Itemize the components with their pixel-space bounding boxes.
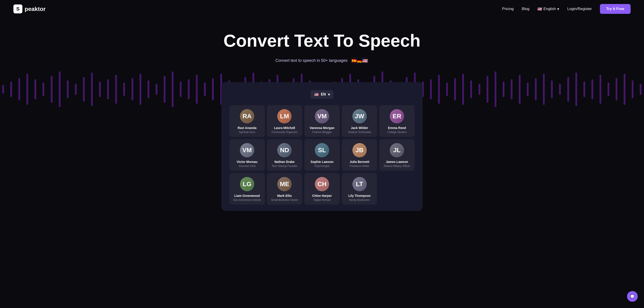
voice-avatar-mark: ME xyxy=(277,177,292,191)
voice-name-jack: Jack Wilder xyxy=(344,126,374,130)
chat-bubble-button[interactable]: 💬 xyxy=(627,291,638,302)
login-register-link[interactable]: Login/Register xyxy=(567,7,592,11)
voice-name-ravi: Ravi Ananda xyxy=(232,126,262,130)
flag-us-icon: 🇺🇸 xyxy=(361,57,368,64)
nav-links: Pricing Blog 🇺🇸 English ▾ Login/Register… xyxy=(502,4,630,14)
hero-subtitle-text: Convert text to speech in 50+ languages xyxy=(276,58,348,63)
voice-card-mark[interactable]: ME Mark Ellis Small Business Owner xyxy=(267,173,302,205)
panel-lang-dropdown[interactable]: 🇺🇸 EN ▾ xyxy=(310,90,334,99)
voice-card-ravi[interactable]: RA Ravi Ananda Spiritual Guru xyxy=(230,105,265,137)
voice-avatar-nathan: ND xyxy=(277,143,292,157)
panel-chevron-icon: ▾ xyxy=(328,92,330,97)
voice-name-victor: Victor Moreau xyxy=(232,160,262,163)
panel-container: 🇺🇸 EN ▾ RA Ravi Ananda Spiritual Guru LM… xyxy=(0,82,644,224)
voice-avatar-victor: VM xyxy=(240,143,254,157)
panel-lang-code: EN xyxy=(321,92,326,96)
voice-role-emma: College Student xyxy=(382,131,412,134)
voice-role-liam: Eco-Conscious Activist xyxy=(232,198,262,201)
voice-role-mark: Small Business Owner xyxy=(270,198,300,201)
language-selector[interactable]: 🇺🇸 English ▾ xyxy=(537,7,559,11)
try-free-button[interactable]: Try It Free xyxy=(600,4,630,14)
voice-card-nathan[interactable]: ND Nathan Drake Tech Startup Founder xyxy=(267,139,302,171)
voice-card-laura[interactable]: LM Laura Mitchell Community Organizer xyxy=(267,105,302,137)
voice-name-lily: Lily Thompson xyxy=(344,194,374,197)
voice-avatar-james: JL xyxy=(390,143,404,157)
voice-card-lily[interactable]: LT Lily Thompson Nerdy Bookworm xyxy=(342,173,377,205)
voice-panel: 🇺🇸 EN ▾ RA Ravi Ananda Spiritual Guru LM… xyxy=(222,82,422,211)
voice-name-laura: Laura Mitchell xyxy=(270,126,300,130)
voice-name-nathan: Nathan Drake xyxy=(270,160,300,163)
chat-icon: 💬 xyxy=(630,294,634,299)
panel-flag-icon: 🇺🇸 xyxy=(314,92,319,97)
voice-card-liam[interactable]: LG Liam Greenwood Eco-Conscious Activist xyxy=(230,173,265,205)
voice-card-sophie[interactable]: SL Sophie Lawson Psychologist xyxy=(304,139,340,171)
hero-subtitle-row: Convert text to speech in 50+ languages … xyxy=(4,57,640,64)
voice-card-james[interactable]: JL James Lawson Retired Military Officer xyxy=(379,139,414,171)
voice-name-emma: Emma Reed xyxy=(382,126,412,130)
nav-blog[interactable]: Blog xyxy=(522,7,529,11)
voice-role-laura: Community Organizer xyxy=(270,131,300,134)
logo[interactable]: S peaktor xyxy=(14,4,46,13)
voice-role-jack: Outdoor Enthusiast xyxy=(344,131,374,134)
flag-us-icon: 🇺🇸 xyxy=(537,7,542,11)
language-flags: 🇪🇸 🇩🇪 🇺🇸 xyxy=(350,57,368,64)
logo-wordmark: peaktor xyxy=(24,5,46,12)
voice-avatar-julia: JB xyxy=(352,143,367,157)
voice-card-julia[interactable]: JB Julia Bennett Freelance Writer xyxy=(342,139,377,171)
voice-avatar-ravi: RA xyxy=(240,109,254,123)
voice-name-chloe: Chloe Harper xyxy=(307,194,337,197)
voice-avatar-lily: LT xyxy=(352,177,367,191)
navbar: S peaktor Pricing Blog 🇺🇸 English ▾ Logi… xyxy=(0,0,644,18)
voices-grid: RA Ravi Ananda Spiritual Guru LM Laura M… xyxy=(230,105,414,205)
voice-avatar-laura: LM xyxy=(277,109,292,123)
voice-card-jack[interactable]: JW Jack Wilder Outdoor Enthusiast xyxy=(342,105,377,137)
voice-role-sophie: Psychologist xyxy=(307,164,337,168)
voice-card-emma[interactable]: ER Emma Reed College Student xyxy=(379,105,414,137)
hero-title: Convert Text To Speech xyxy=(4,31,640,50)
voice-avatar-sophie: SL xyxy=(315,143,329,157)
voice-name-sophie: Sophie Lawson xyxy=(307,160,337,163)
voice-avatar-chloe: CH xyxy=(315,177,329,191)
voice-role-nathan: Tech Startup Founder xyxy=(270,164,300,168)
voice-name-mark: Mark Ellis xyxy=(270,194,300,197)
hero-section: Convert Text To Speech Convert text to s… xyxy=(0,18,644,82)
logo-icon: S xyxy=(14,4,22,13)
voice-avatar-jack: JW xyxy=(352,109,367,123)
voice-role-vanessa: Fashion Blogger xyxy=(307,131,337,134)
chevron-down-icon: ▾ xyxy=(557,7,559,11)
voice-card-chloe[interactable]: CH Chloe Harper Digital Nomad xyxy=(304,173,340,205)
voice-role-lily: Nerdy Bookworm xyxy=(344,198,374,201)
voice-name-liam: Liam Greenwood xyxy=(232,194,262,197)
voice-role-julia: Freelance Writer xyxy=(344,164,374,168)
voice-avatar-vanessa: VM xyxy=(315,109,329,123)
voice-name-julia: Julia Bennett xyxy=(344,160,374,163)
voice-name-james: James Lawson xyxy=(382,160,412,163)
voice-role-ravi: Spiritual Guru xyxy=(232,131,262,134)
voice-name-vanessa: Vanessa Morgan xyxy=(307,126,337,130)
voice-card-victor[interactable]: VM Victor Moreau Gourmet Chef xyxy=(230,139,265,171)
voice-role-victor: Gourmet Chef xyxy=(232,164,262,168)
voice-avatar-emma: ER xyxy=(390,109,404,123)
voice-role-chloe: Digital Nomad xyxy=(307,198,337,201)
voice-avatar-liam: LG xyxy=(240,177,254,191)
nav-pricing[interactable]: Pricing xyxy=(502,7,514,11)
voice-role-james: Retired Military Officer xyxy=(382,164,412,168)
voice-card-vanessa[interactable]: VM Vanessa Morgan Fashion Blogger xyxy=(304,105,340,137)
